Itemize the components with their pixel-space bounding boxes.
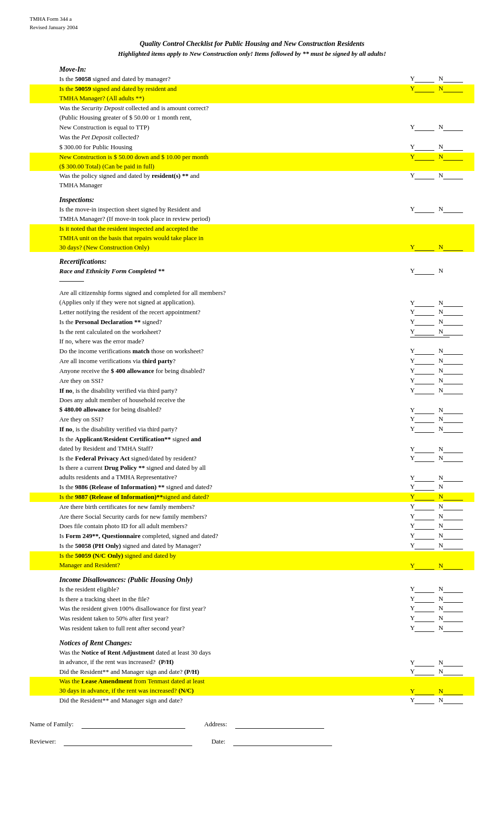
income-section-title: Income Disallowances: (Public Housing On… xyxy=(30,576,474,584)
row-tracking-sheet: Is there a tracking sheet in the file? Y… xyxy=(30,595,474,604)
row-50059-nc: Is the 50059 (N/C Only) signed and dated… xyxy=(30,551,474,570)
footer-area: Name of Family: Address: Reviewer: Date: xyxy=(30,720,474,746)
movein-section-title: Move-In: xyxy=(30,66,474,74)
form-revised: Revised January 2004 xyxy=(30,23,474,32)
row-ss-cards: Are there Social Security cards for new … xyxy=(30,512,474,522)
name-label: Name of Family: xyxy=(30,720,74,728)
row-50058-movein: Is the 50058 signed and dated by manager… xyxy=(30,75,474,84)
row-rent-worksheet: Is the rent calculated on the worksheet?… xyxy=(30,328,474,337)
row-birth-certs: Are there birth certificates for new fam… xyxy=(30,502,474,512)
row-300-ph: $ 300.00 for Public Housing YN xyxy=(30,143,474,152)
row-ph-greater: (Public Housing greater of $ 50.00 or 1 … xyxy=(30,113,474,123)
footer-reviewer-date: Reviewer: Date: xyxy=(30,738,474,746)
row-9887: Is the 9887 (Release of Information)**si… xyxy=(30,493,474,502)
row-third-party: Are all income verifications via third p… xyxy=(30,357,474,366)
row-income-match: Do the income verifications match those … xyxy=(30,347,474,356)
row-resident-manager-nc: Did the Resident** and Manager sign and … xyxy=(30,696,474,706)
row-400-allowance: Anyone receive the $ 400 allowance for b… xyxy=(30,367,474,376)
address-label: Address: xyxy=(204,720,227,728)
inspections-section-title: Inspections: xyxy=(30,196,474,204)
row-drug-policy: Is there a current Drug Policy ** signed… xyxy=(30,463,474,482)
row-security-deposit: Was the Security Deposit collected and i… xyxy=(30,104,474,113)
notices-section-title: Notices of Rent Changes: xyxy=(30,639,474,647)
row-letter-recert: Letter notifying the resident of the rec… xyxy=(30,308,474,317)
row-personal-declaration: Is the Personal Declaration ** signed? Y… xyxy=(30,318,474,327)
reviewer-label: Reviewer: xyxy=(30,738,56,746)
row-form249: Is Form 249**, Questionnaire completed, … xyxy=(30,532,474,541)
row-100pct-disallowance: Was the resident given 100% disallowance… xyxy=(30,604,474,614)
row-nc-50down: New Construction is $ 50.00 down and $ 1… xyxy=(30,153,474,171)
row-resident-manager-ph: Did the Resident** and Manager sign and … xyxy=(30,667,474,677)
row-photo-id: Does file contain photo ID for all adult… xyxy=(30,522,474,531)
row-480-allowance: Does any adult member of household recei… xyxy=(30,396,474,415)
date-field[interactable] xyxy=(233,738,332,746)
form-number: TMHA Form 344 a xyxy=(30,15,474,23)
name-field[interactable] xyxy=(82,720,185,729)
row-50059-movein: Is the 50059 signed and dated by residen… xyxy=(30,84,474,103)
row-nc-ttp: New Construction is equal to TTP) YN xyxy=(30,123,474,132)
sub-title: Highlighted items apply to New Construct… xyxy=(30,50,474,58)
row-resident-eligible: Is the resident eligible? YN xyxy=(30,585,474,594)
row-full-rent: Was resident taken to full rent after se… xyxy=(30,624,474,633)
recert-section-title: Recertifications: xyxy=(30,258,474,266)
row-applicant-cert: Is the Applicant/Resident Certification*… xyxy=(30,435,474,454)
row-federal-privacy: Is the Federal Privacy Act signed/dated … xyxy=(30,454,474,463)
row-ssi-2: Are they on SSI? YN xyxy=(30,415,474,424)
row-50058-ph: Is the 50058 (PH Only) signed and dated … xyxy=(30,541,474,551)
main-title: Quality Control Checklist for Public Hou… xyxy=(30,40,474,48)
row-tmha-unit-inspection: Is it noted that the resident inspected … xyxy=(30,224,474,252)
row-policy-signed: Was the policy signed and dated by resid… xyxy=(30,171,474,190)
date-label: Date: xyxy=(211,738,225,746)
footer-name-address: Name of Family: Address: xyxy=(30,720,474,729)
form-meta: TMHA Form 344 a Revised January 2004 xyxy=(30,15,474,31)
row-error-made: If no, where was the error made? xyxy=(30,337,474,346)
address-field[interactable] xyxy=(235,720,324,729)
row-9886: Is the 9886 (Release of Information) ** … xyxy=(30,483,474,492)
reviewer-field[interactable] xyxy=(64,738,192,746)
row-50pct-disallowance: Was resident taken to 50% after first ye… xyxy=(30,614,474,623)
row-disability-third-party-1: If no, is the disability verified via th… xyxy=(30,386,474,396)
row-disability-third-party-2: If no, is the disability verified via th… xyxy=(30,425,474,434)
row-citizenship-forms: Are all citizenship forms signed and com… xyxy=(30,289,474,307)
row-lease-amendment: Was the Lease Amendment from Tenmast dat… xyxy=(30,677,474,696)
row-race-ethnicity: Race and Ethnicity Form Completed ** YN xyxy=(30,267,474,276)
title-block: Quality Control Checklist for Public Hou… xyxy=(30,40,474,58)
row-ssi-1: Are they on SSI? YN xyxy=(30,376,474,386)
row-movein-inspection: Is the move-in inspection sheet signed b… xyxy=(30,205,474,224)
content-area: Move-In: Is the 50058 signed and dated b… xyxy=(30,66,474,706)
row-pet-deposit: Was the Pet Deposit collected? xyxy=(30,133,474,142)
row-notice-rent-adj: Was the Notice of Rent Adjustment dated … xyxy=(30,648,474,667)
